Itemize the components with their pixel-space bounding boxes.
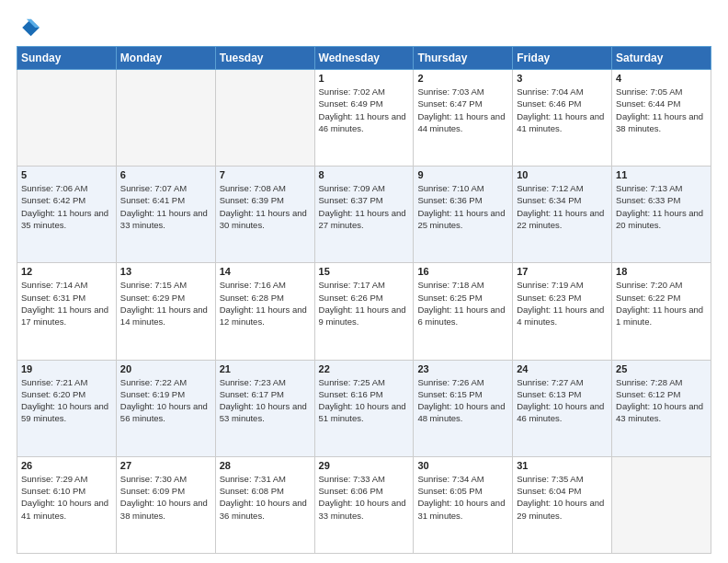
day-number: 15	[319, 266, 410, 277]
calendar-cell: 26Sunrise: 7:29 AM Sunset: 6:10 PM Dayli…	[17, 456, 117, 553]
calendar-cell: 25Sunrise: 7:28 AM Sunset: 6:12 PM Dayli…	[612, 360, 711, 456]
calendar-cell: 7Sunrise: 7:08 AM Sunset: 6:39 PM Daylig…	[215, 167, 314, 263]
logo-icon	[17, 15, 42, 40]
calendar-cell	[215, 70, 314, 167]
day-number: 8	[319, 169, 410, 180]
calendar-cell: 5Sunrise: 7:06 AM Sunset: 6:42 PM Daylig…	[17, 167, 117, 263]
calendar-week-2: 5Sunrise: 7:06 AM Sunset: 6:42 PM Daylig…	[17, 167, 711, 263]
day-number: 10	[517, 169, 608, 180]
calendar-cell: 16Sunrise: 7:18 AM Sunset: 6:25 PM Dayli…	[414, 263, 513, 360]
calendar-cell: 27Sunrise: 7:30 AM Sunset: 6:09 PM Dayli…	[116, 456, 215, 553]
day-number: 24	[517, 363, 608, 374]
day-info: Sunrise: 7:12 AM Sunset: 6:34 PM Dayligh…	[517, 182, 608, 231]
day-number: 11	[616, 169, 707, 180]
calendar-header-row: SundayMondayTuesdayWednesdayThursdayFrid…	[17, 47, 711, 70]
day-number: 6	[120, 169, 211, 180]
calendar-cell: 30Sunrise: 7:34 AM Sunset: 6:05 PM Dayli…	[414, 456, 513, 553]
calendar-cell: 22Sunrise: 7:25 AM Sunset: 6:16 PM Dayli…	[314, 360, 414, 456]
day-number: 5	[21, 169, 112, 180]
day-number: 19	[21, 363, 112, 374]
day-number: 29	[319, 460, 410, 471]
calendar-header-wednesday: Wednesday	[314, 47, 414, 70]
day-number: 18	[616, 266, 707, 277]
calendar-cell: 3Sunrise: 7:04 AM Sunset: 6:46 PM Daylig…	[513, 70, 612, 167]
calendar-cell: 10Sunrise: 7:12 AM Sunset: 6:34 PM Dayli…	[513, 167, 612, 263]
calendar-week-3: 12Sunrise: 7:14 AM Sunset: 6:31 PM Dayli…	[17, 263, 711, 360]
calendar-cell: 14Sunrise: 7:16 AM Sunset: 6:28 PM Dayli…	[215, 263, 314, 360]
calendar-cell: 19Sunrise: 7:21 AM Sunset: 6:20 PM Dayli…	[17, 360, 117, 456]
calendar-header-sunday: Sunday	[17, 47, 117, 70]
day-number: 27	[120, 460, 211, 471]
day-number: 21	[220, 363, 311, 374]
day-info: Sunrise: 7:08 AM Sunset: 6:39 PM Dayligh…	[220, 182, 311, 231]
day-info: Sunrise: 7:03 AM Sunset: 6:47 PM Dayligh…	[417, 86, 508, 134]
calendar-cell: 13Sunrise: 7:15 AM Sunset: 6:29 PM Dayli…	[116, 263, 215, 360]
day-number: 14	[220, 266, 311, 277]
calendar-week-5: 26Sunrise: 7:29 AM Sunset: 6:10 PM Dayli…	[17, 456, 711, 553]
day-info: Sunrise: 7:23 AM Sunset: 6:17 PM Dayligh…	[220, 376, 311, 425]
day-info: Sunrise: 7:21 AM Sunset: 6:20 PM Dayligh…	[21, 376, 112, 425]
day-info: Sunrise: 7:22 AM Sunset: 6:19 PM Dayligh…	[120, 376, 211, 425]
calendar-cell: 31Sunrise: 7:35 AM Sunset: 6:04 PM Dayli…	[513, 456, 612, 553]
day-info: Sunrise: 7:04 AM Sunset: 6:46 PM Dayligh…	[517, 86, 608, 134]
day-info: Sunrise: 7:31 AM Sunset: 6:08 PM Dayligh…	[220, 473, 311, 522]
calendar-week-1: 1Sunrise: 7:02 AM Sunset: 6:49 PM Daylig…	[17, 70, 711, 167]
day-number: 3	[517, 73, 608, 84]
day-info: Sunrise: 7:18 AM Sunset: 6:25 PM Dayligh…	[417, 279, 508, 327]
calendar-week-4: 19Sunrise: 7:21 AM Sunset: 6:20 PM Dayli…	[17, 360, 711, 456]
calendar-cell: 23Sunrise: 7:26 AM Sunset: 6:15 PM Dayli…	[414, 360, 513, 456]
day-info: Sunrise: 7:29 AM Sunset: 6:10 PM Dayligh…	[21, 473, 112, 522]
day-number: 20	[120, 363, 211, 374]
day-info: Sunrise: 7:30 AM Sunset: 6:09 PM Dayligh…	[120, 473, 211, 522]
day-number: 1	[319, 73, 410, 84]
calendar-cell: 29Sunrise: 7:33 AM Sunset: 6:06 PM Dayli…	[314, 456, 414, 553]
day-number: 23	[417, 363, 508, 374]
day-info: Sunrise: 7:25 AM Sunset: 6:16 PM Dayligh…	[319, 376, 410, 425]
calendar-header-monday: Monday	[116, 47, 215, 70]
calendar-cell: 21Sunrise: 7:23 AM Sunset: 6:17 PM Dayli…	[215, 360, 314, 456]
calendar-table: SundayMondayTuesdayWednesdayThursdayFrid…	[17, 46, 711, 554]
day-number: 17	[517, 266, 608, 277]
day-info: Sunrise: 7:35 AM Sunset: 6:04 PM Dayligh…	[517, 473, 608, 522]
day-number: 7	[220, 169, 311, 180]
day-info: Sunrise: 7:10 AM Sunset: 6:36 PM Dayligh…	[417, 182, 508, 231]
day-info: Sunrise: 7:17 AM Sunset: 6:26 PM Dayligh…	[319, 279, 410, 327]
calendar-cell	[612, 456, 711, 553]
calendar-cell: 12Sunrise: 7:14 AM Sunset: 6:31 PM Dayli…	[17, 263, 117, 360]
day-info: Sunrise: 7:26 AM Sunset: 6:15 PM Dayligh…	[417, 376, 508, 425]
calendar-header-tuesday: Tuesday	[215, 47, 314, 70]
day-number: 9	[417, 169, 508, 180]
day-info: Sunrise: 7:02 AM Sunset: 6:49 PM Dayligh…	[319, 86, 410, 134]
calendar-cell: 6Sunrise: 7:07 AM Sunset: 6:41 PM Daylig…	[116, 167, 215, 263]
day-number: 12	[21, 266, 112, 277]
calendar-cell	[116, 70, 215, 167]
day-number: 30	[417, 460, 508, 471]
calendar-cell: 1Sunrise: 7:02 AM Sunset: 6:49 PM Daylig…	[314, 70, 414, 167]
day-number: 13	[120, 266, 211, 277]
day-number: 25	[616, 363, 707, 374]
day-info: Sunrise: 7:05 AM Sunset: 6:44 PM Dayligh…	[616, 86, 707, 134]
day-number: 26	[21, 460, 112, 471]
day-info: Sunrise: 7:09 AM Sunset: 6:37 PM Dayligh…	[319, 182, 410, 231]
day-info: Sunrise: 7:07 AM Sunset: 6:41 PM Dayligh…	[120, 182, 211, 231]
day-number: 2	[417, 73, 508, 84]
calendar-cell: 4Sunrise: 7:05 AM Sunset: 6:44 PM Daylig…	[612, 70, 711, 167]
day-info: Sunrise: 7:28 AM Sunset: 6:12 PM Dayligh…	[616, 376, 707, 425]
day-info: Sunrise: 7:27 AM Sunset: 6:13 PM Dayligh…	[517, 376, 608, 425]
day-info: Sunrise: 7:14 AM Sunset: 6:31 PM Dayligh…	[21, 279, 112, 327]
calendar-header-friday: Friday	[513, 47, 612, 70]
day-info: Sunrise: 7:34 AM Sunset: 6:05 PM Dayligh…	[417, 473, 508, 522]
day-info: Sunrise: 7:13 AM Sunset: 6:33 PM Dayligh…	[616, 182, 707, 231]
day-info: Sunrise: 7:33 AM Sunset: 6:06 PM Dayligh…	[319, 473, 410, 522]
calendar-cell: 17Sunrise: 7:19 AM Sunset: 6:23 PM Dayli…	[513, 263, 612, 360]
logo	[17, 15, 46, 40]
calendar-cell	[17, 70, 117, 167]
day-number: 22	[319, 363, 410, 374]
day-number: 16	[417, 266, 508, 277]
day-info: Sunrise: 7:20 AM Sunset: 6:22 PM Dayligh…	[616, 279, 707, 327]
calendar-cell: 28Sunrise: 7:31 AM Sunset: 6:08 PM Dayli…	[215, 456, 314, 553]
calendar-cell: 20Sunrise: 7:22 AM Sunset: 6:19 PM Dayli…	[116, 360, 215, 456]
calendar-cell: 11Sunrise: 7:13 AM Sunset: 6:33 PM Dayli…	[612, 167, 711, 263]
calendar-cell: 18Sunrise: 7:20 AM Sunset: 6:22 PM Dayli…	[612, 263, 711, 360]
header	[17, 15, 711, 40]
